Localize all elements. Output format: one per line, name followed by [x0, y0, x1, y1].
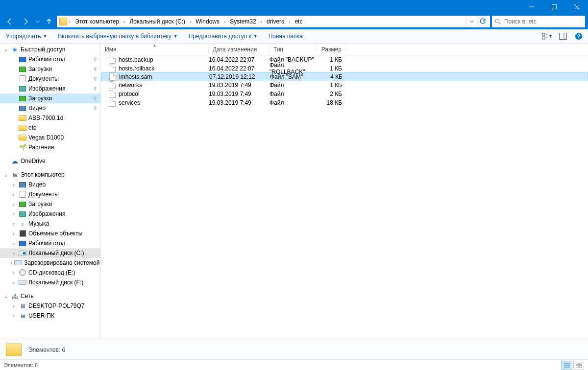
file-pane[interactable]: Имя▲ Дата изменения Тип Размер hosts.bac… [101, 44, 588, 340]
breadcrumb-item[interactable]: Этот компьютер [73, 16, 122, 27]
sidebar-item[interactable]: ›Локальный диск (C:) [0, 248, 100, 258]
sidebar-item[interactable]: ›Загрузки [0, 199, 100, 209]
item-icon [19, 181, 26, 188]
svg-point-24 [94, 107, 96, 109]
file-icon [109, 56, 116, 64]
preview-pane-button[interactable] [558, 31, 568, 42]
sidebar-item[interactable]: Видео [0, 103, 100, 113]
svg-rect-7 [542, 37, 545, 39]
search-placeholder: Поиск в: etc [504, 18, 537, 25]
file-row[interactable]: hosts.rollback16.04.2022 22:07Файл "ROLL… [101, 64, 588, 73]
svg-point-4 [495, 19, 499, 23]
minimize-button[interactable] [520, 0, 543, 14]
status-bar: Элементов: 6 [0, 359, 588, 370]
item-icon [14, 259, 22, 267]
help-button[interactable]: ? [573, 31, 584, 42]
file-icon [109, 65, 116, 72]
file-icon [109, 81, 116, 89]
item-count-label: Элементов: 6 [28, 347, 65, 353]
file-row[interactable]: protocol19.03.2019 7:49Файл2 КБ [101, 90, 588, 98]
sidebar-quick-access[interactable]: ⌄★Быстрый доступ [0, 45, 100, 54]
sidebar-item[interactable]: Документы [0, 74, 100, 84]
new-folder-button[interactable]: Новая папка [267, 29, 305, 43]
item-icon [19, 65, 26, 73]
thumbnails-view-button[interactable] [573, 361, 584, 370]
column-type[interactable]: Тип [270, 44, 316, 55]
pin-icon [93, 57, 98, 62]
address-bar[interactable]: › Этот компьютер› Локальный диск (C:)› W… [57, 16, 490, 27]
sidebar-network[interactable]: ⌄🖧Сеть [0, 291, 100, 301]
address-dropdown[interactable] [466, 16, 477, 27]
sidebar-item[interactable]: ›♪Музыка [0, 219, 100, 229]
cloud-icon: ☁ [11, 157, 19, 165]
sidebar-item[interactable]: Изображения [0, 84, 100, 93]
file-row[interactable]: hosts.backup16.04.2022 22:07Файл "BACKUP… [101, 55, 588, 64]
folder-icon [6, 344, 22, 356]
sidebar-item[interactable]: ›Локальный диск (F:) [0, 278, 100, 287]
pin-icon [93, 67, 98, 71]
svg-rect-29 [576, 363, 578, 365]
file-row[interactable]: services19.03.2019 7:49Файл18 КБ [101, 98, 588, 107]
titlebar [0, 0, 588, 14]
sidebar-item[interactable]: ›Зарезервировано системой (D:) [0, 258, 100, 268]
organize-button[interactable]: Упорядочить ▼ [4, 29, 49, 43]
svg-line-5 [499, 23, 501, 24]
sidebar-item[interactable]: Загрузки [0, 64, 100, 74]
sort-asc-icon: ▲ [153, 43, 157, 47]
item-icon [19, 124, 26, 132]
svg-rect-30 [579, 363, 582, 365]
column-size[interactable]: Размер [316, 44, 346, 55]
svg-rect-6 [542, 33, 545, 36]
details-view-button[interactable] [562, 361, 572, 370]
sidebar-item[interactable]: Загрузки [0, 93, 100, 103]
item-icon [19, 134, 26, 141]
sidebar-item[interactable]: ›🖥DESKTOP-POL79Q7 [0, 301, 100, 311]
breadcrumb-item[interactable]: System32 [227, 16, 258, 27]
file-row[interactable]: lmhosts.sam07.12.2019 12:12Файл "SAM"4 К… [101, 72, 588, 81]
sidebar-item[interactable]: Рабочий стол [0, 54, 100, 64]
sidebar-item[interactable]: ›Документы [0, 189, 100, 199]
column-name[interactable]: Имя▲ [101, 44, 209, 55]
item-icon: ♪ [19, 220, 26, 228]
pin-icon [93, 76, 98, 81]
svg-rect-10 [560, 33, 567, 40]
sidebar-item[interactable]: ABB-7900.1d [0, 113, 100, 123]
item-icon [19, 190, 26, 198]
view-options-button[interactable]: ▼ [542, 31, 553, 42]
item-icon [19, 269, 26, 277]
folder-icon [59, 18, 67, 25]
search-input[interactable]: Поиск в: etc [492, 16, 585, 27]
file-row[interactable]: networks19.03.2019 7:49Файл1 КБ [101, 81, 588, 90]
chevron-right-icon[interactable]: › [68, 19, 72, 24]
column-headers: Имя▲ Дата изменения Тип Размер [101, 44, 588, 55]
sidebar-item[interactable]: ›⬛Объемные объекты [0, 229, 100, 238]
close-button[interactable] [565, 0, 588, 14]
navigation-pane[interactable]: ⌄★Быстрый доступ Рабочий столЗагрузкиДок… [0, 44, 101, 340]
column-date[interactable]: Дата изменения [209, 44, 270, 55]
sidebar-item[interactable]: ›Рабочий стол [0, 238, 100, 248]
sidebar-item[interactable]: Vegas D1000 [0, 133, 100, 142]
pin-icon [93, 96, 98, 101]
include-library-button[interactable]: Включить выбранную папку в библиотеку ▼ [56, 29, 179, 43]
share-button[interactable]: Предоставить доступ к ▼ [187, 29, 260, 43]
search-icon [495, 19, 501, 25]
up-button[interactable] [43, 16, 55, 27]
refresh-button[interactable] [477, 16, 488, 27]
breadcrumb-item[interactable]: Локальный диск (C:) [127, 16, 188, 27]
sidebar-item[interactable]: 🌱Растения [0, 142, 100, 152]
sidebar-this-pc[interactable]: ⌄🖥Этот компьютер [0, 170, 100, 180]
breadcrumb-item[interactable]: etc [292, 16, 305, 27]
sidebar-item[interactable]: ›🖥USER-ПК [0, 311, 100, 321]
recent-dropdown[interactable] [34, 16, 41, 27]
sidebar-onedrive[interactable]: ☁OneDrive [0, 156, 100, 166]
sidebar-item[interactable]: ›CD-дисковод (E:) [0, 268, 100, 278]
svg-point-14 [94, 58, 96, 60]
forward-button[interactable] [19, 16, 32, 27]
maximize-button[interactable] [543, 0, 565, 14]
sidebar-item[interactable]: ›Видео [0, 180, 100, 189]
breadcrumb-item[interactable]: Windows [193, 16, 222, 27]
breadcrumb-item[interactable]: drivers [264, 16, 287, 27]
back-button[interactable] [3, 16, 17, 27]
sidebar-item[interactable]: ›Изображения [0, 209, 100, 219]
sidebar-item[interactable]: etc [0, 123, 100, 133]
